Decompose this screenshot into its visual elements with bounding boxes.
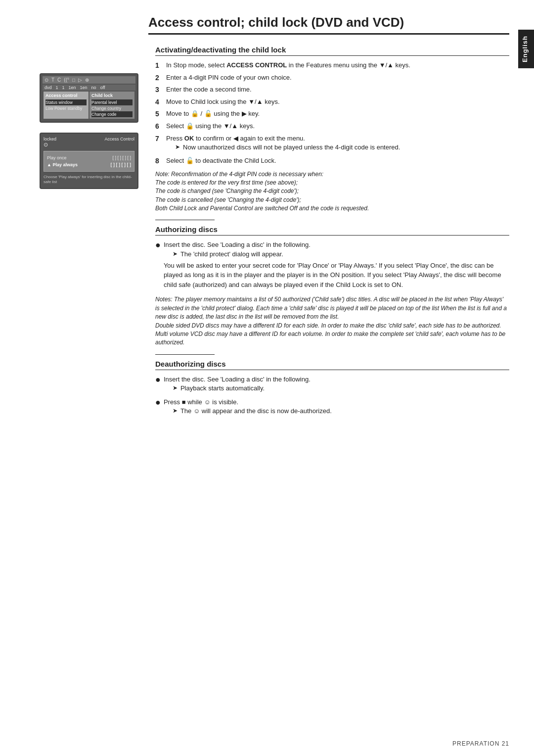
deauth-list: ● Insert the disc. See 'Loading a disc' … bbox=[155, 375, 509, 418]
auth-item-1: ● Insert the disc. See 'Loading a disc' … bbox=[155, 240, 509, 291]
screen-col-access: Access control Status window Low Power s… bbox=[44, 92, 89, 119]
arrow-icon-d2: ➤ bbox=[173, 407, 178, 416]
step-num-2: 2 bbox=[155, 73, 163, 83]
deauth-item-2-content: Press ■ while ☺ is visible. ➤ The ☺ will… bbox=[164, 398, 509, 418]
deauth-item-2: ● Press ■ while ☺ is visible. ➤ The ☺ wi… bbox=[155, 398, 509, 418]
step-num-8: 8 bbox=[155, 156, 163, 166]
step-num-1: 1 bbox=[155, 61, 163, 71]
page-title: Access control; child lock (DVD and VCD) bbox=[148, 15, 509, 35]
col1-item-1: Status window bbox=[45, 99, 87, 105]
divider-2 bbox=[155, 220, 215, 220]
bullet-icon-d2: ● bbox=[155, 398, 161, 418]
step-text-4: Move to Child lock using the ▼/▲ keys. bbox=[166, 97, 509, 107]
step-num-7: 7 bbox=[155, 134, 163, 154]
deauth-arrow-2-text: The ☺ will appear and the disc is now de… bbox=[180, 407, 332, 416]
locked-label: locked⊙ bbox=[44, 137, 56, 148]
arrow-icon-d1: ➤ bbox=[173, 384, 178, 393]
play-once-label: Play once bbox=[47, 155, 67, 160]
deauth-item-1-text: Insert the disc. See 'Loading a disc' in… bbox=[164, 375, 509, 384]
section2-heading: Authorizing discs bbox=[155, 225, 509, 236]
auth-list: ● Insert the disc. See 'Loading a disc' … bbox=[155, 240, 509, 291]
arrow-icon-7: ➤ bbox=[175, 143, 181, 152]
icon-play: ▷ bbox=[78, 77, 82, 83]
arrow-icon-auth1: ➤ bbox=[173, 250, 178, 259]
label-1en: 1en bbox=[69, 85, 76, 90]
play-always-label: ▲ Play always bbox=[47, 162, 78, 167]
step-7-arrow: ➤ Now unauthorized discs will not be pla… bbox=[175, 143, 509, 152]
play-once-dots: [ ] [ ] [ ] [ ] bbox=[112, 155, 131, 160]
step-8: 8 Select 🔓 to deactivate the Child Lock. bbox=[155, 156, 509, 166]
step-num-3: 3 bbox=[155, 85, 163, 95]
label-dvd: dvd bbox=[44, 85, 52, 90]
screen-mockup-2: locked⊙ Access Control Play once [ ] [ ]… bbox=[40, 133, 138, 189]
screen2-footer: Choose 'Play always' for inserting disc … bbox=[44, 175, 134, 185]
screen2-box: Play once [ ] [ ] [ ] [ ] ▲ Play always … bbox=[44, 151, 134, 172]
step-text-6: Select 🔒 using the ▼/▲ keys. bbox=[166, 122, 509, 132]
step-text-1: In Stop mode, select ACCESS CONTROL in t… bbox=[166, 61, 509, 71]
icon-c: C bbox=[57, 77, 61, 83]
label-1b: 1 bbox=[62, 85, 65, 90]
col1-title: Access control bbox=[45, 93, 87, 98]
section1-note: Note: Reconfirmation of the 4-digit PIN … bbox=[155, 170, 509, 213]
label-off: off bbox=[100, 85, 105, 90]
step-num-5: 5 bbox=[155, 109, 163, 119]
section1-heading: Activating/deactivating the child lock bbox=[155, 46, 509, 56]
play-once-row: Play once [ ] [ ] [ ] [ ] bbox=[47, 154, 131, 161]
label-1a: 1 bbox=[56, 85, 58, 90]
step-5: 5 Move to 🔒 / 🔓 using the ▶ key. bbox=[155, 109, 509, 119]
auth-arrow-1-text: The 'child protect' dialog will appear. bbox=[180, 250, 283, 259]
screen-top-bar: ⊙ T C ((° □ ▷ ⊕ bbox=[43, 76, 135, 84]
deauth-item-2-text: Press ■ while ☺ is visible. bbox=[164, 398, 509, 407]
col2-item-2: Change country bbox=[91, 105, 133, 111]
icon-zoom: ⊕ bbox=[85, 77, 89, 83]
label-1en2: 1en bbox=[80, 85, 88, 90]
right-column: Activating/deactivating the child lock 1… bbox=[155, 44, 509, 421]
step-3: 3 Enter the code a second time. bbox=[155, 85, 509, 95]
icon-disc: ⊙ bbox=[44, 77, 48, 83]
screen-mockup-1: ⊙ T C ((° □ ▷ ⊕ dvd 1 1 1en 1en no off bbox=[40, 73, 138, 123]
step-text-8: Select 🔓 to deactivate the Child Lock. bbox=[166, 156, 509, 166]
bullet-icon-1: ● bbox=[155, 240, 161, 291]
col2-title: Child lock bbox=[91, 93, 133, 98]
step-7-arrow-text: Now unauthorized discs will not be playe… bbox=[183, 143, 400, 152]
screen-menu-area: Access control Status window Low Power s… bbox=[43, 91, 135, 120]
screen2-header: locked⊙ Access Control bbox=[44, 137, 134, 148]
col1-item-2: Low Power standby bbox=[45, 105, 87, 111]
step-6: 6 Select 🔒 using the ▼/▲ keys. bbox=[155, 122, 509, 132]
deauth-item-1: ● Insert the disc. See 'Loading a disc' … bbox=[155, 375, 509, 395]
step-1: 1 In Stop mode, select ACCESS CONTROL in… bbox=[155, 61, 509, 71]
step-7: 7 Press OK to confirm or ◀ again to exit… bbox=[155, 134, 509, 154]
deauth-arrow-1-text: Playback starts automatically. bbox=[180, 384, 265, 393]
deauth-arrow-2: ➤ The ☺ will appear and the disc is now … bbox=[173, 407, 509, 416]
step-text-5: Move to 🔒 / 🔓 using the ▶ key. bbox=[166, 109, 509, 119]
icon-t: T bbox=[51, 77, 54, 83]
step-text-3: Enter the code a second time. bbox=[166, 85, 509, 95]
section3-heading: Deauthorizing discs bbox=[155, 360, 509, 370]
screen-col-childlock: Child lock Parental level Change country… bbox=[89, 92, 134, 119]
section2-notes: Notes: The player memory maintains a lis… bbox=[155, 295, 509, 347]
step-num-6: 6 bbox=[155, 122, 163, 132]
auth-body-text: You will be asked to enter your secret c… bbox=[164, 261, 509, 290]
steps-list: 1 In Stop mode, select ACCESS CONTROL in… bbox=[155, 61, 509, 166]
icon-box: □ bbox=[72, 77, 75, 83]
auth-item-1-text: Insert the disc. See 'Loading a disc' in… bbox=[164, 240, 509, 249]
step-text-7: Press OK to confirm or ◀ again to exit t… bbox=[166, 134, 509, 154]
footer-page-number: PREPARATION 21 bbox=[452, 740, 509, 747]
step-num-4: 4 bbox=[155, 97, 163, 107]
left-column: ⊙ T C ((° □ ▷ ⊕ dvd 1 1 1en 1en no off bbox=[40, 44, 143, 421]
deauth-arrow-1: ➤ Playback starts automatically. bbox=[173, 384, 509, 393]
auth-item-1-content: Insert the disc. See 'Loading a disc' in… bbox=[164, 240, 509, 291]
label-no: no bbox=[91, 85, 96, 90]
icon-sound: ((° bbox=[64, 77, 69, 83]
deauth-item-1-content: Insert the disc. See 'Loading a disc' in… bbox=[164, 375, 509, 395]
step-text-2: Enter a 4-digit PIN code of your own cho… bbox=[166, 73, 509, 83]
play-always-dots: [ ] [ ] [ ] [ ] bbox=[111, 162, 131, 167]
col2-item-1: Parental level bbox=[91, 99, 133, 105]
step-4: 4 Move to Child lock using the ▼/▲ keys. bbox=[155, 97, 509, 107]
play-always-row: ▲ Play always [ ] [ ] [ ] [ ] bbox=[47, 161, 131, 168]
note-text: Note: Reconfirmation of the 4-digit PIN … bbox=[155, 171, 369, 212]
auth-arrow-1: ➤ The 'child protect' dialog will appear… bbox=[173, 250, 509, 259]
side-tab-english: English bbox=[518, 30, 534, 68]
screen-row-labels: dvd 1 1 1en 1en no off bbox=[43, 85, 135, 91]
step-2: 2 Enter a 4-digit PIN code of your own c… bbox=[155, 73, 509, 83]
